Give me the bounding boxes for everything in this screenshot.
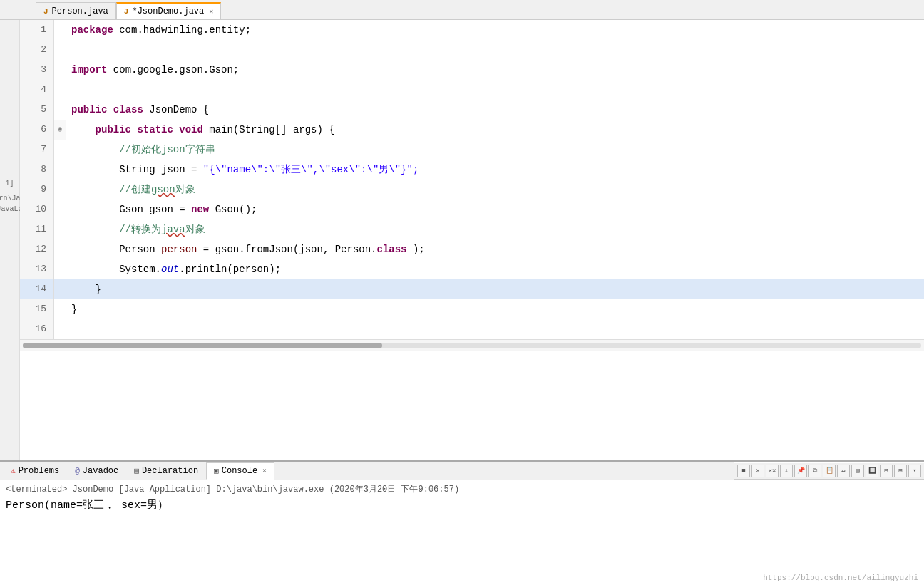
bottom-tabs: ⚠ Problems @ Javadoc ▤ Declaration ▣ Con… xyxy=(0,462,734,480)
tab-console-label: Console xyxy=(222,466,257,476)
line-code-1: package com.hadwinling.entity; xyxy=(66,20,251,40)
line-number-8: 8 xyxy=(20,160,54,180)
split-btn[interactable]: ⊟ xyxy=(880,465,893,477)
line-number-6: 6 xyxy=(20,120,54,140)
tab-javadoc[interactable]: @ Javadoc xyxy=(67,462,126,480)
table-row: 3 import com.google.gson.Gson; xyxy=(20,60,924,80)
table-row: 2 xyxy=(20,40,924,60)
console-close-icon[interactable]: ✕ xyxy=(262,467,266,475)
clear-btn[interactable]: ✕✕ xyxy=(766,465,779,477)
scrollbar-thumb[interactable] xyxy=(23,343,382,348)
console-content: <terminated> JsonDemo [Java Application]… xyxy=(0,480,924,585)
line-number-7: 7 xyxy=(20,140,54,160)
bottom-panel: ⚠ Problems @ Javadoc ▤ Declaration ▣ Con… xyxy=(0,460,924,585)
layout-btn[interactable]: ⊞ xyxy=(894,465,907,477)
line-number-16: 16 xyxy=(20,319,54,339)
paste-btn[interactable]: 📋 xyxy=(823,465,836,477)
left-marker-2: rn\Ja xyxy=(0,195,21,202)
line-number-5: 5 xyxy=(20,100,54,120)
tab-person-label: Person.java xyxy=(52,6,108,16)
tab-problems-label: Problems xyxy=(19,466,60,476)
line-number-14: 14 xyxy=(20,279,54,299)
table-row: 6 ◉ public static void main(String[] arg… xyxy=(20,120,924,140)
java-file-icon-2: J xyxy=(124,7,129,16)
tab-jsondemo-label: *JsonDemo.java xyxy=(132,6,204,16)
stop-btn[interactable]: ■ xyxy=(737,465,750,477)
table-row: 7 //初始化json字符串 xyxy=(20,140,924,160)
javadoc-icon: @ xyxy=(75,467,80,475)
table-row: 11 //转换为java对象 xyxy=(20,219,924,239)
line-number-11: 11 xyxy=(20,219,54,239)
line-code-7: //初始化json字符串 xyxy=(66,140,215,160)
bottom-tabs-row: ⚠ Problems @ Javadoc ▤ Declaration ▣ Con… xyxy=(0,462,924,480)
chevron-down-btn[interactable]: ▾ xyxy=(908,465,921,477)
tab-declaration-label: Declaration xyxy=(142,466,198,476)
line-number-12: 12 xyxy=(20,239,54,259)
scrollbar-track[interactable] xyxy=(23,343,921,348)
editor-container: 1] rn\Ja JavaLo 1 package com.hadwinling… xyxy=(0,20,924,460)
tab-jsondemo[interactable]: J *JsonDemo.java ✕ xyxy=(116,2,221,19)
table-row: 12 Person person = gson.fromJson(json, P… xyxy=(20,239,924,259)
declaration-icon: ▤ xyxy=(134,466,139,475)
left-marker-3: JavaLo xyxy=(0,205,23,213)
table-row: 16 xyxy=(20,319,924,339)
console-icon: ▣ xyxy=(214,466,219,475)
line-code-8: String json = "{\"name\":\"张三\",\"sex\":… xyxy=(66,160,419,180)
left-marker-1: 1] xyxy=(5,180,14,187)
problems-icon: ⚠ xyxy=(11,466,16,475)
close-console-btn[interactable]: ✕ xyxy=(751,465,764,477)
line-number-3: 3 xyxy=(20,60,54,80)
table-row: 8 String json = "{\"name\":\"张三\",\"sex\… xyxy=(20,160,924,180)
table-row: 14 } xyxy=(20,279,924,299)
copy-btn[interactable]: ⧉ xyxy=(808,465,821,477)
pin-btn[interactable]: 📌 xyxy=(794,465,807,477)
line-number-10: 10 xyxy=(20,200,54,219)
horizontal-scrollbar[interactable] xyxy=(20,339,924,351)
table-row: 1 package com.hadwinling.entity; xyxy=(20,20,924,40)
line-code-10: Gson gson = new Gson(); xyxy=(66,200,257,219)
word-wrap-btn[interactable]: ↵ xyxy=(837,465,850,477)
code-content: 1 package com.hadwinling.entity; 2 3 imp… xyxy=(20,20,924,339)
code-editor[interactable]: 1 package com.hadwinling.entity; 2 3 imp… xyxy=(20,20,924,460)
table-row: 5 public class JsonDemo { xyxy=(20,100,924,120)
line-code-12: Person person = gson.fromJson(json, Pers… xyxy=(66,239,425,259)
line-number-9: 9 xyxy=(20,180,54,200)
line-number-15: 15 xyxy=(20,299,54,319)
table-row: 4 xyxy=(20,80,924,100)
line-code-9: //创建gson对象 xyxy=(66,180,195,200)
line-number-13: 13 xyxy=(20,259,54,279)
tab-person[interactable]: J Person.java xyxy=(36,2,116,19)
line-number-2: 2 xyxy=(20,40,54,60)
console-terminated-line: <terminated> JsonDemo [Java Application]… xyxy=(6,483,918,495)
line-number-1: 1 xyxy=(20,20,54,40)
line-code-5: public class JsonDemo { xyxy=(66,100,209,120)
tab-close-icon[interactable]: ✕ xyxy=(209,7,213,16)
left-panel: 1] rn\Ja JavaLo xyxy=(0,20,20,460)
tab-javadoc-label: Javadoc xyxy=(83,466,118,476)
java-file-icon: J xyxy=(43,7,48,16)
table-row: 13 System.out.println(person); xyxy=(20,259,924,279)
table-row: 9 //创建gson对象 xyxy=(20,180,924,200)
line-code-3: import com.google.gson.Gson; xyxy=(66,60,239,80)
tab-console[interactable]: ▣ Console ✕ xyxy=(206,462,274,480)
line-number-4: 4 xyxy=(20,80,54,100)
open-console-btn[interactable]: 🔲 xyxy=(866,465,878,477)
line-marker-6: ◉ xyxy=(54,120,66,140)
tab-declaration[interactable]: ▤ Declaration xyxy=(126,462,206,480)
fold-icon[interactable]: ◉ xyxy=(58,120,62,140)
view-btn[interactable]: ▤ xyxy=(851,465,864,477)
line-code-6: public static void main(String[] args) { xyxy=(66,120,335,140)
tab-problems[interactable]: ⚠ Problems xyxy=(3,462,67,480)
tab-bar: J Person.java J *JsonDemo.java ✕ xyxy=(0,0,924,20)
line-code-13: System.out.println(person); xyxy=(66,259,281,279)
line-code-11: //转换为java对象 xyxy=(66,219,205,239)
table-row: 10 Gson gson = new Gson(); xyxy=(20,200,924,219)
scroll-lock-btn[interactable]: ⇓ xyxy=(780,465,793,477)
line-code-15: } xyxy=(66,299,77,319)
table-row: 15 } xyxy=(20,299,924,319)
line-code-14: } xyxy=(66,279,101,299)
console-output: Person(name=张三， sex=男） xyxy=(6,498,918,512)
